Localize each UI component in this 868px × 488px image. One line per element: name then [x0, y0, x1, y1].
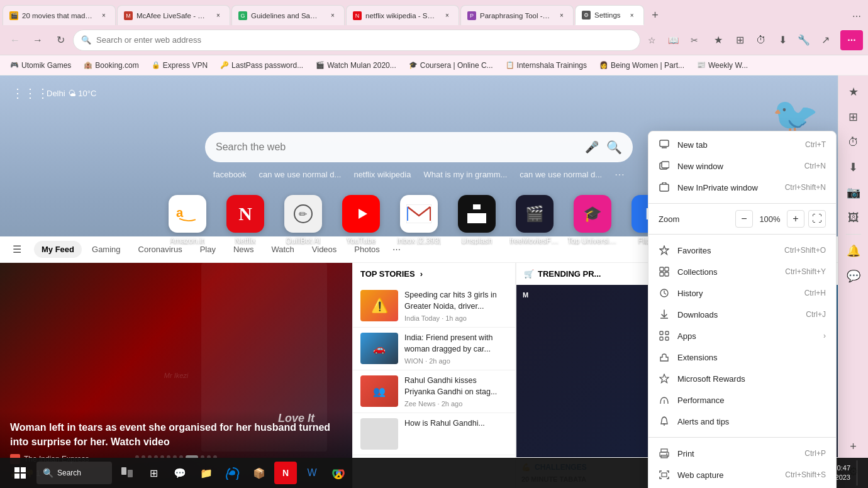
sidebar-downloads-icon[interactable]: ⬇ — [842, 156, 865, 179]
menu-inprivate[interactable]: New InPrivate window Ctrl+Shift+N — [648, 177, 836, 198]
tab-close-settings[interactable]: × — [627, 10, 637, 20]
bookmark-utomik[interactable]: 🎮 Utomik Games — [5, 60, 76, 71]
taskbar-chat[interactable]: 💬 — [169, 462, 191, 484]
bookmark-lastpass[interactable]: 🔑 LastPass password... — [215, 60, 308, 71]
sidebar-favorites-icon[interactable]: ★ — [842, 80, 865, 103]
feed-tab-myfeed[interactable]: My Feed — [34, 241, 82, 258]
browser-downloads-sidebar[interactable]: ⬇ — [772, 30, 793, 50]
main-article[interactable]: Mr Ikezi Love It — [0, 263, 352, 488]
tab-close-mcafee[interactable]: × — [213, 11, 223, 21]
address-input[interactable] — [96, 35, 632, 45]
story-item-4[interactable]: How is Rahul Gandhi... — [353, 413, 515, 455]
shortcut-freemovies[interactable]: 🎬 freeMoviesFu... — [509, 195, 560, 245]
feed-tab-more[interactable]: ⋯ — [392, 245, 401, 254]
zoom-out-button[interactable]: − — [735, 210, 753, 228]
taskbar-search-box[interactable]: 🔍 Search — [36, 462, 112, 484]
browser-favorites-sidebar[interactable]: ★ — [708, 30, 728, 50]
show-desktop-button[interactable] — [857, 460, 860, 485]
suggest-facebook[interactable]: facebook — [213, 170, 247, 179]
bookmark-mulan[interactable]: 🎬 Watch Mulan 2020... — [311, 60, 401, 71]
zoom-in-button[interactable]: + — [787, 210, 804, 228]
bookmark-weekly[interactable]: 📰 Weekly W... — [692, 60, 753, 71]
menu-apps[interactable]: Apps › — [648, 325, 836, 347]
browser-share-sidebar[interactable]: ↗ — [815, 30, 835, 50]
bookmark-being-women[interactable]: 👩 Being Women | Part... — [594, 60, 689, 71]
menu-new-window[interactable]: New window Ctrl+N — [648, 155, 836, 177]
menu-extensions[interactable]: Extensions — [648, 347, 836, 368]
shortcut-quillbot[interactable]: ✏ QuillBot AI — [278, 195, 328, 245]
back-button[interactable]: ← — [5, 30, 25, 50]
search-go-icon[interactable]: 🔍 — [606, 140, 622, 155]
tab-netflix[interactable]: N netflix wikipedia - Se... × — [346, 5, 459, 25]
sidebar-collections-icon[interactable]: ⊞ — [842, 106, 865, 128]
suggest-netflix[interactable]: netflix wikipedia — [353, 170, 411, 179]
browser-history-sidebar[interactable]: ⏱ — [751, 30, 771, 50]
shortcut-unsplash[interactable]: Unsplash — [452, 195, 502, 245]
browser-tools-sidebar[interactable]: 🔧 — [794, 30, 814, 50]
sidebar-history-icon[interactable]: ⏱ — [842, 131, 865, 153]
address-input-wrapper[interactable]: 🔍 — [73, 30, 640, 51]
microphone-icon[interactable]: 🎤 — [585, 140, 599, 154]
taskbar-dropbox[interactable]: 📦 — [248, 462, 270, 484]
refresh-button[interactable]: ↻ — [50, 30, 70, 50]
sidebar-camera-icon[interactable]: 📷 — [842, 181, 865, 204]
menu-alerts[interactable]: Alerts and tips — [648, 411, 836, 432]
taskbar-word[interactable]: W — [301, 462, 323, 484]
shortcut-university[interactable]: 🎓 Top Universiti... — [567, 195, 618, 245]
menu-history[interactable]: History Ctrl+H — [648, 282, 836, 304]
new-tab-button[interactable]: + — [645, 5, 665, 25]
shortcut-amazon[interactable]: a Amazon.in — [162, 195, 213, 245]
tab-mcafee[interactable]: M McAfee LiveSafe - Exp... × — [117, 5, 230, 25]
feed-menu-icon[interactable]: ☰ — [8, 240, 26, 259]
menu-new-tab[interactable]: New tab Ctrl+T — [648, 134, 836, 155]
tab-close-paraphrase[interactable]: × — [557, 11, 567, 21]
suggest-normal[interactable]: can we use normal d... — [259, 170, 342, 179]
suggest-normal2[interactable]: can we use normal d... — [520, 170, 602, 179]
bookmark-internshala[interactable]: 📋 Internshala Trainings — [501, 60, 592, 71]
menu-favorites[interactable]: Favorites Ctrl+Shift+O — [648, 240, 836, 261]
search-box[interactable]: 🎤 🔍 — [205, 132, 633, 162]
menu-rewards[interactable]: Microsoft Rewards — [648, 368, 836, 389]
shortcut-gmail[interactable]: Inbox (2,393) — [394, 195, 444, 245]
screenshot-icon[interactable]: ✂ — [686, 31, 703, 49]
tab-close-netflix[interactable]: × — [442, 11, 452, 21]
bookmark-vpn[interactable]: 🔒 Express VPN — [147, 60, 213, 71]
suggest-grammar[interactable]: What is my in gramm... — [423, 170, 507, 179]
taskbar-netflix[interactable]: N — [274, 462, 297, 484]
feed-tab-gaming[interactable]: Gaming — [84, 241, 128, 258]
bookmark-booking[interactable]: 🏨 Booking.com — [79, 60, 143, 71]
menu-print[interactable]: Print Ctrl+P — [648, 443, 836, 464]
browser-menu-button[interactable]: ··· — [840, 30, 863, 50]
story-item-2[interactable]: 🚗 India: Friend present with woman dragg… — [353, 328, 515, 370]
suggest-more-dots[interactable]: ⋯ — [615, 169, 625, 180]
menu-collections[interactable]: Collections Ctrl+Shift+Y — [648, 261, 836, 282]
sidebar-bell-icon[interactable]: 🔔 — [842, 240, 865, 262]
forward-button[interactable]: → — [28, 30, 48, 50]
menu-performance[interactable]: Performance — [648, 389, 836, 411]
taskbar-edge[interactable] — [221, 462, 244, 484]
menu-web-select[interactable]: Web select Ctrl+Shift+X — [648, 485, 836, 488]
tab-menu-button[interactable]: ⋯ — [848, 8, 865, 25]
apps-grid-button[interactable]: ⋮⋮⋮ — [19, 82, 42, 104]
story-item-1[interactable]: ⚠️ Speeding car hits 3 girls in Greater … — [353, 285, 515, 328]
tab-close-guidelines[interactable]: × — [328, 11, 338, 21]
start-button[interactable] — [8, 460, 33, 485]
top-stories-arrow[interactable]: › — [420, 269, 423, 279]
shortcut-netflix[interactable]: N Netflix — [220, 195, 270, 245]
zoom-fullscreen-button[interactable]: ⛶ — [808, 210, 826, 228]
tab-paraphrase[interactable]: P Paraphrasing Tool - C... × — [460, 5, 574, 25]
story-item-3[interactable]: 👥 Rahul Gandhi kisses Priyanka Gandhi on… — [353, 370, 515, 413]
tab-close-movies[interactable]: × — [99, 11, 109, 21]
favorites-star-icon[interactable]: ☆ — [643, 31, 660, 49]
bookmark-coursera[interactable]: 🎓 Coursera | Online C... — [404, 60, 498, 71]
menu-web-capture[interactable]: Web capture Ctrl+Shift+S — [648, 464, 836, 485]
search-input[interactable] — [216, 141, 577, 153]
taskbar-task-view[interactable] — [116, 462, 138, 484]
taskbar-file-explorer[interactable]: 📁 — [195, 462, 218, 484]
tab-settings[interactable]: ⚙ Settings × — [575, 5, 644, 25]
sidebar-add-icon[interactable]: + — [842, 435, 865, 458]
sidebar-image-icon[interactable]: 🖼 — [842, 206, 865, 229]
tab-movies[interactable]: 🎬 20 movies that made... × — [3, 5, 116, 25]
browser-collections-sidebar[interactable]: ⊞ — [730, 30, 750, 50]
tab-guidelines[interactable]: G Guidelines and Samp... × — [231, 5, 345, 25]
